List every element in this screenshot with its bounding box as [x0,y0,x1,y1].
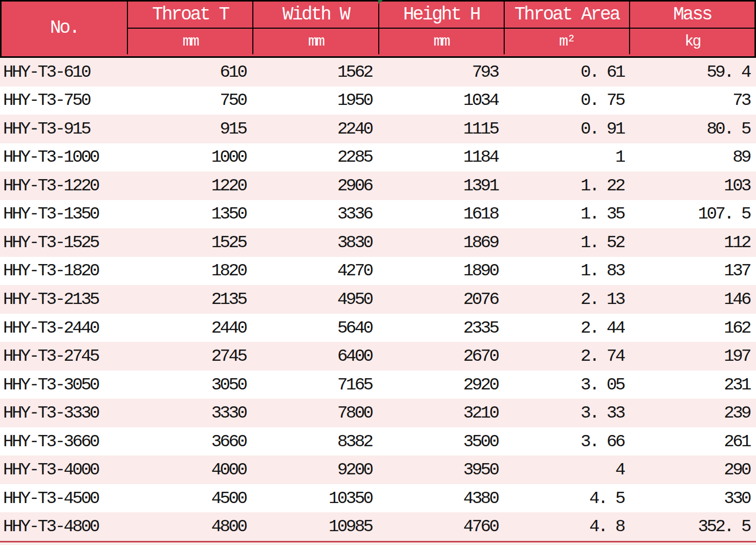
value-cell: 750 [126,86,252,115]
value-cell: 4 [504,455,630,484]
table-row: HHY-T3-480048001098547604. 8352. 5 [0,512,756,541]
table-header: No. Throat T Width W Height H Throat Are… [0,0,756,58]
table-row: HHY-T3-12201220290613911. 22103 [0,171,756,200]
table-row: HHY-T3-750750195010340. 7573 [0,86,756,115]
table-row: HHY-T3-450045001035043804. 5330 [0,484,756,513]
model-no-cell: HHY-T3-3050 [0,370,126,399]
value-cell: 6400 [252,342,378,370]
model-no-cell: HHY-T3-2745 [0,342,126,370]
header-no: No. [2,2,127,54]
value-cell: 89 [630,143,756,172]
value-cell: 793 [378,58,504,86]
value-cell: 2670 [378,342,504,370]
green-corner-marker-icon [378,0,383,4]
value-cell: 1869 [378,228,504,257]
unit-throat-area: m² [504,29,629,54]
value-cell: 915 [126,115,252,143]
model-no-cell: HHY-T3-1350 [0,200,126,229]
value-cell: 1. 52 [504,228,630,257]
header-height-h: Height H [378,2,504,29]
value-cell: 2. 13 [504,285,630,314]
value-cell: 3830 [252,228,378,257]
table-row: HHY-T3-30503050716529203. 05231 [0,370,756,399]
value-cell: 1820 [126,257,252,286]
value-cell: 2745 [126,342,252,370]
value-cell: 0. 91 [504,115,630,143]
value-cell: 137 [630,257,756,286]
value-cell: 3330 [126,399,252,427]
value-cell: 5640 [252,314,378,342]
table-row: HHY-T3-915915224011150. 9180. 5 [0,115,756,143]
value-cell: 3950 [378,455,504,484]
table-row: HHY-T3-15251525383018691. 52112 [0,228,756,257]
header-mass: Mass [629,2,754,29]
model-no-cell: HHY-T3-1000 [0,143,126,172]
value-cell: 231 [630,370,756,399]
table-row: HHY-T3-24402440564023352. 44162 [0,314,756,342]
model-no-cell: HHY-T3-4000 [0,455,126,484]
model-no-cell: HHY-T3-1525 [0,228,126,257]
model-no-cell: HHY-T3-3330 [0,399,126,427]
value-cell: 7800 [252,399,378,427]
value-cell: 239 [630,399,756,427]
table-row: HHY-T3-21352135495020762. 13146 [0,285,756,314]
value-cell: 1. 35 [504,200,630,229]
value-cell: 1890 [378,257,504,286]
value-cell: 4950 [252,285,378,314]
model-no-cell: HHY-T3-3660 [0,427,126,456]
value-cell: 80. 5 [630,115,756,143]
header-throat-area: Throat Area [504,2,629,29]
model-no-cell: HHY-T3-4500 [0,484,126,513]
value-cell: 2440 [126,314,252,342]
value-cell: 3500 [378,427,504,456]
model-no-cell: HHY-T3-915 [0,115,126,143]
table-row: HHY-T3-18201820427018901. 83137 [0,257,756,286]
header-width-w: Width W [252,2,378,29]
value-cell: 3. 05 [504,370,630,399]
value-cell: 1562 [252,58,378,86]
header-throat-t: Throat T [127,2,252,29]
model-no-cell: HHY-T3-1820 [0,257,126,286]
value-cell: 2135 [126,285,252,314]
value-cell: 1034 [378,86,504,115]
value-cell: 1 [504,143,630,172]
value-cell: 4. 8 [504,512,630,541]
value-cell: 1184 [378,143,504,172]
value-cell: 4800 [126,512,252,541]
value-cell: 2240 [252,115,378,143]
value-cell: 146 [630,285,756,314]
value-cell: 7165 [252,370,378,399]
value-cell: 197 [630,342,756,370]
value-cell: 3050 [126,370,252,399]
model-no-cell: HHY-T3-2440 [0,314,126,342]
table-row: HHY-T3-33303330780032103. 33239 [0,399,756,427]
value-cell: 3660 [126,427,252,456]
table-row: HHY-T3-36603660838235003. 66261 [0,427,756,456]
value-cell: 103 [630,171,756,200]
value-cell: 10985 [252,512,378,541]
value-cell: 3. 66 [504,427,630,456]
value-cell: 2285 [252,143,378,172]
value-cell: 352. 5 [630,512,756,541]
value-cell: 2920 [378,370,504,399]
table-row: HHY-T3-40004000920039504290 [0,455,756,484]
value-cell: 1. 83 [504,257,630,286]
value-cell: 1950 [252,86,378,115]
table-body: HHY-T3-61061015627930. 6159. 4HHY-T3-750… [0,58,756,541]
value-cell: 4500 [126,484,252,513]
product-spec-table: No. Throat T Width W Height H Throat Are… [0,0,756,545]
value-cell: 610 [126,58,252,86]
value-cell: 4760 [378,512,504,541]
value-cell: 0. 61 [504,58,630,86]
value-cell: 1350 [126,200,252,229]
value-cell: 112 [630,228,756,257]
value-cell: 9200 [252,455,378,484]
value-cell: 261 [630,427,756,456]
unit-height-h: mm [378,29,504,54]
model-no-cell: HHY-T3-2135 [0,285,126,314]
unit-width-w: mm [252,29,378,54]
unit-throat-t: mm [127,29,252,54]
value-cell: 4. 5 [504,484,630,513]
value-cell: 290 [630,455,756,484]
value-cell: 8382 [252,427,378,456]
